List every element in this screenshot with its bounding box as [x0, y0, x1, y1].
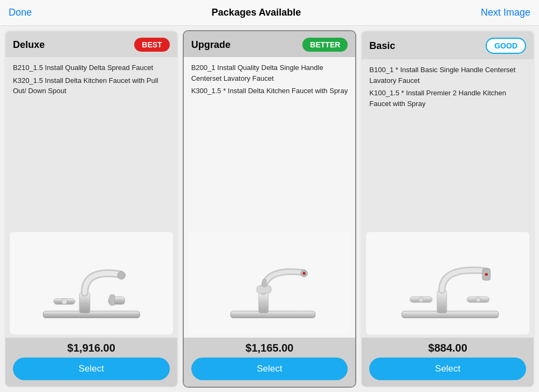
card-header-upgrade: Upgrade BETTER	[184, 31, 356, 57]
svg-rect-12	[262, 279, 266, 287]
select-button-basic[interactable]: Select	[369, 358, 526, 380]
card-title-basic: Basic	[369, 40, 395, 52]
badge-deluxe: BEST	[134, 38, 169, 52]
package-card-upgrade: Upgrade BETTER B200_1 Install Quality De…	[183, 30, 357, 388]
card-title-upgrade: Upgrade	[191, 39, 231, 51]
card-price-upgrade: $1,165.00	[191, 342, 348, 354]
card-price-section-upgrade: $1,165.00 Select	[184, 338, 356, 387]
svg-rect-6	[109, 295, 114, 306]
card-items-deluxe: B210_1.5 Install Quality Delta Spread Fa…	[5, 57, 177, 229]
badge-upgrade: BETTER	[302, 38, 348, 52]
svg-point-4	[61, 299, 67, 305]
package-card-basic: Basic GOOD B100_1 * Install Basic Single…	[361, 30, 535, 388]
card-price-section-deluxe: $1,916.00 Select	[5, 338, 177, 387]
svg-point-2	[118, 271, 125, 279]
package-item: K320_1.5 Install Delta Kitchen Faucet wi…	[13, 75, 170, 96]
next-image-button[interactable]: Next Image	[481, 7, 530, 18]
card-image-basic	[366, 232, 529, 334]
badge-basic: GOOD	[486, 38, 526, 54]
card-price-section-basic: $884.00 Select	[362, 338, 534, 387]
package-item: B200_1 Install Quality Delta Single Hand…	[191, 62, 348, 83]
header: Done Packages Available Next Image	[0, 0, 539, 26]
package-item: B210_1.5 Install Quality Delta Spread Fa…	[13, 62, 170, 73]
package-item: K300_1.5 * Install Delta Kitchen Faucet …	[191, 86, 348, 96]
svg-point-20	[476, 297, 481, 302]
select-button-upgrade[interactable]: Select	[191, 358, 348, 380]
card-price-deluxe: $1,916.00	[13, 342, 170, 354]
svg-point-16	[485, 273, 488, 276]
svg-rect-13	[402, 311, 498, 318]
card-price-basic: $884.00	[369, 342, 526, 354]
card-header-basic: Basic GOOD	[362, 31, 534, 59]
card-items-upgrade: B200_1 Install Quality Delta Single Hand…	[184, 57, 356, 229]
page-title: Packages Available	[212, 7, 301, 18]
package-item: B100_1 * Install Basic Single Handle Cen…	[369, 65, 526, 86]
card-image-upgrade	[188, 232, 351, 334]
select-button-deluxe[interactable]: Select	[13, 358, 170, 380]
card-header-deluxe: Deluxe BEST	[5, 31, 177, 57]
done-button[interactable]: Done	[9, 7, 32, 18]
packages-container: Deluxe BEST B210_1.5 Install Quality Del…	[0, 26, 539, 392]
svg-rect-0	[43, 311, 140, 318]
package-card-deluxe: Deluxe BEST B210_1.5 Install Quality Del…	[4, 30, 178, 388]
svg-point-18	[419, 297, 424, 302]
svg-point-10	[303, 272, 306, 275]
package-item: K100_1.5 * Install Premier 2 Handle Kitc…	[369, 88, 526, 109]
card-title-deluxe: Deluxe	[13, 39, 45, 51]
svg-rect-7	[231, 311, 315, 318]
card-image-deluxe	[10, 232, 173, 334]
card-items-basic: B100_1 * Install Basic Single Handle Cen…	[362, 59, 534, 229]
